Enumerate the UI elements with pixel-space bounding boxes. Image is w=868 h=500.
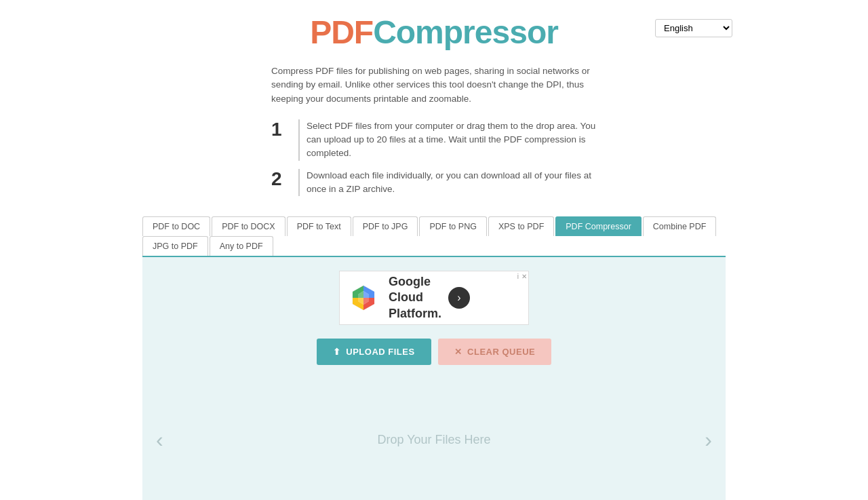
- step-2: 2 Download each file individually, or yo…: [271, 169, 610, 197]
- step-2-number: 2: [271, 169, 292, 190]
- tab-pdf-to-docx[interactable]: PDF to DOCX: [212, 216, 285, 236]
- language-selector[interactable]: English Deutsch Français Español Italian…: [655, 19, 732, 37]
- clear-label: CLEAR QUEUE: [467, 347, 535, 357]
- prev-arrow-button[interactable]: ‹: [156, 427, 163, 453]
- drop-zone-text: Drop Your Files Here: [377, 433, 490, 447]
- upload-icon: ⬆: [333, 347, 341, 357]
- tab-pdf-to-doc[interactable]: PDF to DOC: [142, 216, 210, 236]
- buttons-row: ⬆ UPLOAD FILES ✕ CLEAR QUEUE: [156, 339, 712, 365]
- tab-jpg-to-pdf[interactable]: JPG to PDF: [142, 236, 208, 256]
- main-content: i ✕: [142, 257, 726, 500]
- tab-pdf-to-text[interactable]: PDF to Text: [287, 216, 351, 236]
- ad-arrow-icon: ›: [457, 292, 460, 304]
- logo: PDFCompressor: [310, 14, 558, 51]
- language-select[interactable]: English Deutsch Français Español Italian…: [655, 19, 732, 37]
- description-text: Compress PDF files for publishing on web…: [258, 64, 610, 106]
- logo-pdf: PDF: [310, 14, 373, 50]
- step-1: 1 Select PDF files from your computer or…: [271, 119, 610, 161]
- tabs: PDF to DOCPDF to DOCXPDF to TextPDF to J…: [142, 216, 726, 256]
- tab-pdf-to-png[interactable]: PDF to PNG: [419, 216, 486, 236]
- ad-area: i ✕: [156, 271, 712, 325]
- upload-files-button[interactable]: ⬆ UPLOAD FILES: [317, 339, 431, 365]
- tabs-container: PDF to DOCPDF to DOCXPDF to TextPDF to J…: [142, 216, 726, 257]
- google-cloud-icon: [347, 281, 380, 315]
- ad-close-button[interactable]: ✕: [521, 273, 527, 280]
- tab-pdf-to-jpg[interactable]: PDF to JPG: [353, 216, 418, 236]
- ad-info-button[interactable]: i: [517, 273, 519, 280]
- step-1-number: 1: [271, 119, 292, 140]
- ad-arrow-button[interactable]: ›: [448, 287, 470, 309]
- clear-icon: ✕: [454, 347, 462, 357]
- clear-queue-button[interactable]: ✕ CLEAR QUEUE: [438, 339, 552, 365]
- tab-combine-pdf[interactable]: Combine PDF: [643, 216, 717, 236]
- steps: 1 Select PDF files from your computer or…: [258, 119, 610, 196]
- tab-any-to-pdf[interactable]: Any to PDF: [210, 236, 273, 256]
- step-1-text: Select PDF files from your computer or d…: [298, 119, 610, 161]
- tab-xps-to-pdf[interactable]: XPS to PDF: [488, 216, 554, 236]
- ad-box: i ✕: [339, 271, 529, 325]
- next-arrow-button[interactable]: ›: [705, 427, 712, 453]
- drop-zone[interactable]: ‹ Drop Your Files Here ›: [156, 379, 712, 500]
- logo-compressor: Compressor: [373, 14, 558, 50]
- upload-label: UPLOAD FILES: [346, 347, 414, 357]
- tab-pdf-compressor[interactable]: PDF Compressor: [555, 216, 642, 236]
- ad-title: GoogleCloudPlatform.: [389, 274, 441, 322]
- header: PDFCompressor English Deutsch Français E…: [0, 0, 868, 58]
- step-2-text: Download each file individually, or you …: [298, 169, 610, 197]
